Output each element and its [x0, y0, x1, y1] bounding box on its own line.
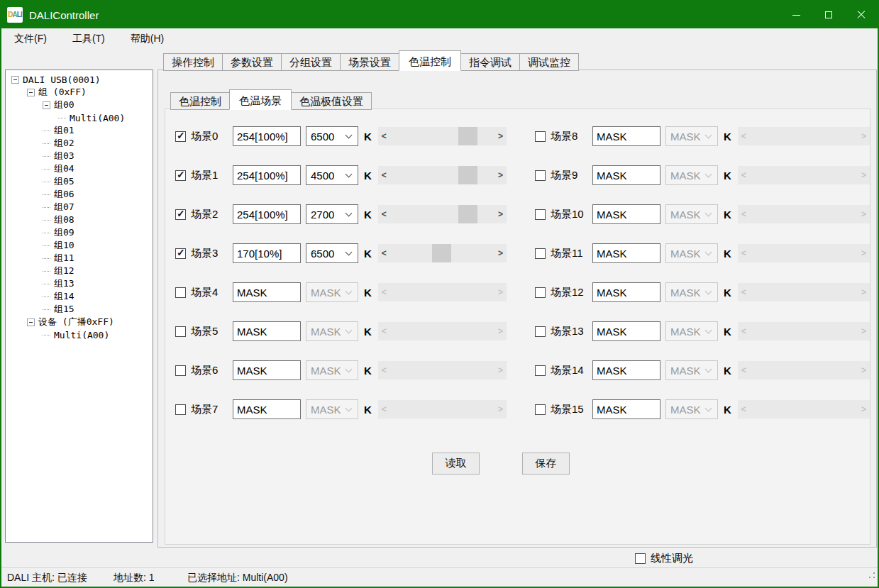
- scene-level-input[interactable]: [233, 360, 301, 380]
- tab[interactable]: 参数设置: [222, 53, 282, 71]
- scene-checkbox[interactable]: ✓: [175, 287, 186, 298]
- tree-node[interactable]: 组10: [7, 239, 151, 252]
- colortemp-scrollbar[interactable]: < >: [378, 127, 507, 145]
- scene-level-input[interactable]: [592, 360, 660, 380]
- scroll-track[interactable]: [750, 361, 858, 379]
- minimize-button[interactable]: [780, 1, 812, 28]
- tab[interactable]: 色温极值设置: [291, 92, 372, 110]
- scene-colortemp-dropdown[interactable]: MASK: [665, 243, 718, 263]
- tree-node[interactable]: 组12: [7, 265, 151, 277]
- resize-grip[interactable]: [868, 572, 875, 579]
- scroll-left-arrow-icon[interactable]: <: [378, 248, 390, 258]
- scroll-track[interactable]: [390, 166, 494, 184]
- scroll-right-arrow-icon[interactable]: >: [858, 131, 870, 141]
- scroll-right-arrow-icon[interactable]: >: [494, 287, 507, 297]
- scroll-thumb[interactable]: [458, 166, 477, 184]
- scene-level-input[interactable]: [592, 321, 660, 341]
- linear-dimming-checkbox[interactable]: ✓: [635, 553, 646, 564]
- scene-level-input[interactable]: [233, 243, 301, 263]
- scroll-left-arrow-icon[interactable]: <: [738, 131, 750, 141]
- scroll-right-arrow-icon[interactable]: >: [494, 209, 507, 219]
- tree-node[interactable]: 组00: [7, 99, 151, 111]
- tab[interactable]: 色温控制: [399, 50, 461, 71]
- scene-checkbox[interactable]: ✓: [175, 131, 186, 142]
- scene-colortemp-dropdown[interactable]: 4500: [306, 165, 358, 185]
- scroll-left-arrow-icon[interactable]: <: [738, 248, 750, 258]
- scroll-thumb[interactable]: [458, 127, 477, 145]
- scene-level-input[interactable]: [233, 399, 301, 419]
- tab[interactable]: 指令调试: [460, 53, 520, 71]
- scene-colortemp-dropdown[interactable]: MASK: [665, 399, 718, 419]
- scroll-track[interactable]: [390, 205, 494, 223]
- colortemp-scrollbar[interactable]: < >: [378, 166, 507, 184]
- maximize-button[interactable]: [812, 1, 845, 28]
- scene-colortemp-dropdown[interactable]: MASK: [665, 321, 718, 341]
- colortemp-scrollbar[interactable]: < >: [738, 205, 870, 223]
- scene-level-input[interactable]: [592, 204, 660, 224]
- tree-node[interactable]: 组07: [7, 201, 151, 213]
- scene-level-input[interactable]: [592, 165, 660, 185]
- menu-item[interactable]: 帮助(H): [131, 33, 164, 45]
- scroll-right-arrow-icon[interactable]: >: [858, 404, 870, 414]
- scroll-right-arrow-icon[interactable]: >: [494, 365, 507, 375]
- scene-level-input[interactable]: [592, 243, 660, 263]
- scroll-track[interactable]: [390, 400, 494, 418]
- scroll-right-arrow-icon[interactable]: >: [858, 209, 870, 219]
- colortemp-scrollbar[interactable]: < >: [378, 244, 507, 262]
- tree-node[interactable]: Multi(A00): [7, 111, 151, 124]
- scene-colortemp-dropdown[interactable]: MASK: [306, 282, 358, 302]
- scroll-track[interactable]: [390, 244, 494, 262]
- colortemp-scrollbar[interactable]: < >: [738, 322, 870, 340]
- tree-node[interactable]: 组03: [7, 150, 151, 162]
- tree-node[interactable]: Multi(A00): [7, 328, 151, 341]
- tree-node[interactable]: 组01: [7, 124, 151, 137]
- scroll-track[interactable]: [750, 322, 858, 340]
- tree-node[interactable]: 组14: [7, 290, 151, 303]
- scene-colortemp-dropdown[interactable]: MASK: [665, 204, 718, 224]
- scroll-right-arrow-icon[interactable]: >: [858, 170, 870, 180]
- scroll-right-arrow-icon[interactable]: >: [494, 170, 507, 180]
- scene-level-input[interactable]: [592, 126, 660, 146]
- colortemp-scrollbar[interactable]: < >: [378, 283, 507, 301]
- scroll-left-arrow-icon[interactable]: <: [738, 326, 750, 336]
- scroll-left-arrow-icon[interactable]: <: [738, 404, 750, 414]
- scroll-track[interactable]: [390, 127, 494, 145]
- tree-node[interactable]: DALI USB(0001): [7, 73, 151, 86]
- scroll-right-arrow-icon[interactable]: >: [858, 365, 870, 375]
- scene-colortemp-dropdown[interactable]: MASK: [306, 321, 358, 341]
- scene-colortemp-dropdown[interactable]: 2700: [306, 204, 358, 224]
- scroll-track[interactable]: [750, 400, 858, 418]
- colortemp-scrollbar[interactable]: < >: [738, 127, 870, 145]
- scroll-track[interactable]: [390, 361, 494, 379]
- scene-colortemp-dropdown[interactable]: MASK: [306, 399, 358, 419]
- scroll-track[interactable]: [750, 244, 858, 262]
- scroll-track[interactable]: [750, 205, 858, 223]
- scene-level-input[interactable]: [233, 282, 301, 302]
- tree-node[interactable]: 组04: [7, 162, 151, 175]
- scene-checkbox[interactable]: ✓: [535, 365, 546, 376]
- tab[interactable]: 调试监控: [519, 53, 579, 71]
- scroll-left-arrow-icon[interactable]: <: [738, 209, 750, 219]
- tree-node[interactable]: 组05: [7, 175, 151, 188]
- scroll-right-arrow-icon[interactable]: >: [494, 131, 507, 141]
- scene-checkbox[interactable]: ✓: [175, 326, 186, 337]
- menu-item[interactable]: 工具(T): [72, 33, 105, 45]
- scene-colortemp-dropdown[interactable]: MASK: [665, 165, 718, 185]
- scroll-right-arrow-icon[interactable]: >: [858, 326, 870, 336]
- scroll-track[interactable]: [390, 283, 494, 301]
- scroll-right-arrow-icon[interactable]: >: [858, 248, 870, 258]
- tree-node[interactable]: 组06: [7, 188, 151, 201]
- tree-node[interactable]: 组09: [7, 226, 151, 239]
- scene-checkbox[interactable]: ✓: [535, 131, 546, 142]
- close-button[interactable]: [845, 1, 878, 28]
- tab[interactable]: 分组设置: [281, 53, 341, 71]
- scene-checkbox[interactable]: ✓: [535, 404, 546, 415]
- scroll-left-arrow-icon[interactable]: <: [378, 170, 390, 180]
- scene-level-input[interactable]: [592, 399, 660, 419]
- scene-colortemp-dropdown[interactable]: 6500: [306, 243, 358, 263]
- scene-checkbox[interactable]: ✓: [175, 404, 186, 415]
- colortemp-scrollbar[interactable]: < >: [738, 166, 870, 184]
- scene-checkbox[interactable]: ✓: [175, 170, 186, 181]
- scroll-thumb[interactable]: [458, 205, 477, 223]
- scene-checkbox[interactable]: ✓: [175, 248, 186, 259]
